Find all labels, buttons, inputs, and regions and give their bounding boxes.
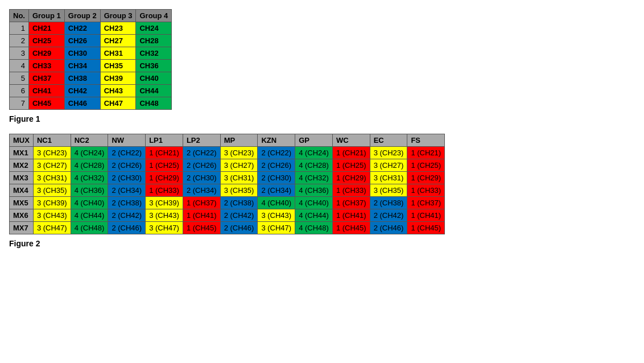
table-row: MX63 (CH43)4 (CH44)2 (CH42)3 (CH43)1 (CH…: [10, 209, 445, 222]
table-row: 2CH25CH26CH27CH28: [10, 35, 172, 47]
fig1-header-cell: Group 2: [64, 10, 100, 22]
fig1-group3-cell: CH27: [100, 35, 136, 47]
fig2-data-cell: 2 (CH22): [108, 147, 146, 159]
fig2-data-cell: 2 (CH22): [258, 147, 295, 159]
figure2-label: Figure 2: [9, 239, 635, 248]
fig1-row-no: 3: [10, 47, 29, 60]
fig1-header-cell: Group 3: [100, 10, 136, 22]
fig2-data-cell: 3 (CH31): [370, 172, 407, 184]
fig2-data-cell: 2 (CH46): [108, 222, 146, 234]
table-row: MX73 (CH47)4 (CH48)2 (CH46)3 (CH47)1 (CH…: [10, 222, 445, 234]
fig2-data-cell: 1 (CH37): [183, 197, 220, 209]
table-row: MX33 (CH31)4 (CH32)2 (CH30)1 (CH29)2 (CH…: [10, 172, 445, 184]
fig1-row-no: 7: [10, 97, 29, 110]
fig2-data-cell: 1 (CH29): [332, 172, 370, 184]
fig2-mux-cell: MX7: [10, 222, 34, 234]
figure2-container: MUXNC1NC2NWLP1LP2MPKZNGPWCECFSMX13 (CH23…: [9, 134, 635, 248]
table-row: 3CH29CH30CH31CH32: [10, 47, 172, 60]
fig1-group4-cell: CH28: [136, 35, 172, 47]
fig2-data-cell: 1 (CH33): [146, 184, 183, 197]
fig1-row-no: 1: [10, 22, 29, 35]
fig1-group4-cell: CH44: [136, 85, 172, 97]
fig1-group1-cell: CH33: [28, 60, 64, 72]
figure1-table: No.Group 1Group 2Group 3Group 41CH21CH22…: [9, 9, 172, 110]
fig2-data-cell: 3 (CH35): [33, 184, 71, 197]
fig1-group2-cell: CH22: [64, 22, 100, 35]
fig2-data-cell: 2 (CH30): [183, 172, 220, 184]
table-row: 4CH33CH34CH35CH36: [10, 60, 172, 72]
fig2-header-cell: KZN: [258, 134, 295, 147]
figure2-table: MUXNC1NC2NWLP1LP2MPKZNGPWCECFSMX13 (CH23…: [9, 134, 445, 234]
fig2-data-cell: 2 (CH42): [370, 209, 407, 222]
table-row: 5CH37CH38CH39CH40: [10, 72, 172, 85]
fig2-data-cell: 3 (CH35): [370, 184, 407, 197]
fig2-data-cell: 1 (CH29): [407, 172, 445, 184]
fig2-data-cell: 2 (CH34): [108, 184, 146, 197]
fig1-group3-cell: CH23: [100, 22, 136, 35]
fig2-data-cell: 4 (CH44): [71, 209, 108, 222]
fig1-group3-cell: CH39: [100, 72, 136, 85]
fig2-data-cell: 4 (CH32): [295, 172, 333, 184]
fig2-header-cell: MP: [220, 134, 258, 147]
fig2-header-cell: LP2: [183, 134, 220, 147]
fig2-data-cell: 1 (CH33): [332, 184, 370, 197]
fig2-data-cell: 4 (CH28): [295, 159, 333, 172]
fig1-header-cell: Group 4: [136, 10, 172, 22]
fig2-data-cell: 3 (CH39): [146, 197, 183, 209]
fig2-data-cell: 3 (CH23): [370, 147, 407, 159]
fig2-data-cell: 2 (CH42): [220, 209, 258, 222]
fig1-group2-cell: CH46: [64, 97, 100, 110]
fig2-header-cell: NW: [108, 134, 146, 147]
fig1-header-cell: No.: [10, 10, 29, 22]
fig1-row-no: 2: [10, 35, 29, 47]
figure1-label: Figure 1: [9, 114, 635, 123]
fig2-data-cell: 3 (CH43): [258, 209, 295, 222]
fig1-group2-cell: CH26: [64, 35, 100, 47]
fig2-data-cell: 2 (CH38): [108, 197, 146, 209]
fig2-data-cell: 3 (CH23): [220, 147, 258, 159]
fig2-data-cell: 4 (CH24): [71, 147, 108, 159]
fig2-data-cell: 2 (CH22): [183, 147, 220, 159]
fig2-data-cell: 4 (CH48): [295, 222, 333, 234]
fig2-data-cell: 4 (CH28): [71, 159, 108, 172]
fig2-data-cell: 4 (CH40): [258, 197, 295, 209]
fig2-data-cell: 1 (CH37): [332, 197, 370, 209]
fig2-data-cell: 4 (CH48): [71, 222, 108, 234]
fig2-data-cell: 1 (CH25): [407, 159, 445, 172]
fig1-group4-cell: CH48: [136, 97, 172, 110]
fig1-group1-cell: CH37: [28, 72, 64, 85]
fig1-group4-cell: CH32: [136, 47, 172, 60]
fig2-mux-cell: MX3: [10, 172, 34, 184]
fig1-group1-cell: CH45: [28, 97, 64, 110]
fig2-data-cell: 3 (CH47): [258, 222, 295, 234]
table-row: MX13 (CH23)4 (CH24)2 (CH22)1 (CH21)2 (CH…: [10, 147, 445, 159]
fig2-header-cell: MUX: [10, 134, 34, 147]
fig2-mux-cell: MX1: [10, 147, 34, 159]
fig2-header-cell: NC2: [71, 134, 108, 147]
fig2-data-cell: 3 (CH23): [33, 147, 71, 159]
fig1-group2-cell: CH38: [64, 72, 100, 85]
fig2-data-cell: 1 (CH41): [332, 209, 370, 222]
fig2-mux-cell: MX6: [10, 209, 34, 222]
fig2-data-cell: 2 (CH46): [220, 222, 258, 234]
fig1-group1-cell: CH41: [28, 85, 64, 97]
fig1-row-no: 5: [10, 72, 29, 85]
fig2-data-cell: 2 (CH38): [220, 197, 258, 209]
fig2-data-cell: 3 (CH35): [220, 184, 258, 197]
fig1-group4-cell: CH36: [136, 60, 172, 72]
fig2-data-cell: 2 (CH34): [258, 184, 295, 197]
table-row: 7CH45CH46CH47CH48: [10, 97, 172, 110]
fig1-group3-cell: CH47: [100, 97, 136, 110]
fig2-data-cell: 1 (CH21): [146, 147, 183, 159]
fig2-header-cell: NC1: [33, 134, 71, 147]
fig1-row-no: 6: [10, 85, 29, 97]
fig2-header-cell: EC: [370, 134, 407, 147]
fig2-data-cell: 1 (CH45): [332, 222, 370, 234]
fig2-header-cell: GP: [295, 134, 333, 147]
fig2-data-cell: 1 (CH21): [407, 147, 445, 159]
fig2-data-cell: 4 (CH36): [71, 184, 108, 197]
fig1-header-cell: Group 1: [28, 10, 64, 22]
fig1-group2-cell: CH34: [64, 60, 100, 72]
fig2-data-cell: 3 (CH27): [220, 159, 258, 172]
table-row: MX43 (CH35)4 (CH36)2 (CH34)1 (CH33)2 (CH…: [10, 184, 445, 197]
